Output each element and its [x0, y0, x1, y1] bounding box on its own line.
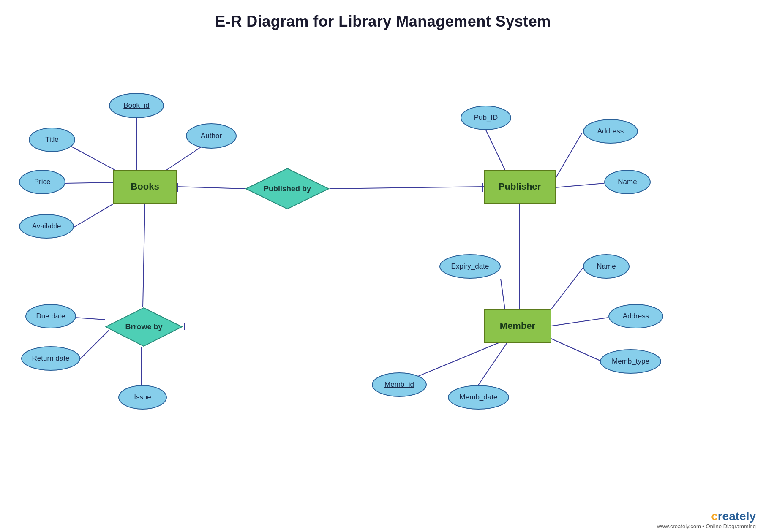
- attr-mem-address[interactable]: Address: [608, 304, 663, 328]
- watermark: creately www.creately.com • Online Diagr…: [657, 510, 756, 529]
- attr-pub-id[interactable]: Pub_ID: [461, 106, 511, 130]
- svg-line-4: [74, 201, 117, 227]
- svg-line-20: [501, 279, 505, 309]
- attr-issue[interactable]: Issue: [118, 385, 167, 410]
- svg-line-17: [556, 133, 582, 178]
- svg-line-13: [75, 318, 105, 320]
- attr-memb-date[interactable]: Memb_date: [448, 385, 509, 410]
- svg-line-25: [478, 343, 507, 385]
- attr-due-date[interactable]: Due date: [25, 304, 76, 328]
- svg-line-22: [551, 318, 608, 326]
- attr-mem-name[interactable]: Name: [583, 254, 630, 279]
- svg-line-3: [65, 182, 113, 183]
- relation-published-by[interactable]: Published by: [245, 168, 330, 210]
- svg-line-16: [486, 130, 505, 170]
- page-title: E-R Diagram for Library Management Syste…: [0, 0, 766, 30]
- svg-line-9: [143, 204, 145, 307]
- attr-title[interactable]: Title: [29, 128, 75, 152]
- attr-pub-name[interactable]: Name: [604, 170, 651, 194]
- entity-member[interactable]: Member: [484, 309, 551, 343]
- attr-memb-type[interactable]: Memb_type: [600, 349, 661, 374]
- attr-book-id[interactable]: Book_id: [109, 93, 164, 118]
- entity-publisher[interactable]: Publisher: [484, 170, 556, 204]
- svg-line-18: [556, 183, 604, 187]
- entity-books[interactable]: Books: [113, 170, 177, 204]
- svg-line-23: [549, 338, 600, 361]
- svg-line-7: [330, 187, 484, 189]
- svg-line-21: [551, 268, 583, 309]
- attr-pub-address[interactable]: Address: [583, 119, 638, 144]
- attr-expiry-date[interactable]: Expiry_date: [439, 254, 501, 279]
- relation-brrowe-by[interactable]: Brrowe by: [105, 307, 183, 347]
- svg-line-5: [177, 187, 245, 189]
- attr-return-date[interactable]: Return date: [21, 346, 80, 371]
- diagram-container: Books Publisher Member Published by Brro…: [0, 30, 766, 532]
- attr-available[interactable]: Available: [19, 214, 74, 239]
- attr-price[interactable]: Price: [19, 170, 65, 194]
- attr-memb-id[interactable]: Memb_id: [372, 372, 427, 397]
- attr-author[interactable]: Author: [186, 123, 237, 149]
